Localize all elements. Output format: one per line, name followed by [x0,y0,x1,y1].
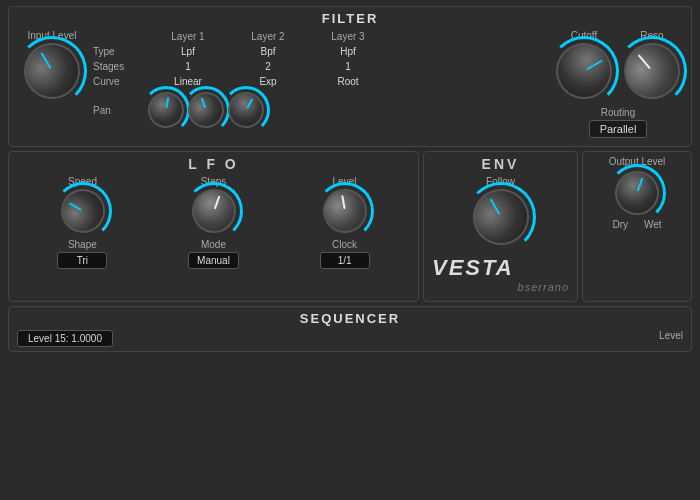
steps-knob[interactable] [185,183,241,239]
stages-label: Stages [93,60,148,73]
follow-ring [473,189,529,245]
reso-ring [624,43,680,99]
pan-layer3-knob[interactable] [221,85,270,134]
output-level-knob[interactable] [609,165,665,221]
routing-value[interactable]: Parallel [589,120,648,138]
vesta-brand: VESTA [432,255,569,281]
steps-ring [192,189,236,233]
wet-label: Wet [644,219,662,230]
filter-section: FILTER Input Level Layer 1 Layer 2 Layer… [8,6,692,147]
type-layer2: Bpf [228,45,308,58]
lfo-section: L F O Speed Steps Level [8,151,419,302]
pan-layer2-ring [188,92,224,128]
lfo-title: L F O [17,156,410,172]
output-section: Output Level Dry Wet [582,151,692,302]
stages-layer3: 1 [308,60,388,73]
seq-level-value: Level 15: 1.0000 [17,330,113,347]
mode-value[interactable]: Manual [188,252,239,269]
seq-content: Level 15: 1.0000 Level [17,330,683,347]
seq-level-label: Level [659,330,683,345]
reso-knob[interactable] [613,32,692,111]
type-label: Type [93,45,148,58]
curve-label: Curve [93,75,148,88]
cutoff-reso-row: Cutoff Reso [556,30,680,99]
sequencer-section: SEQUENCER Level 15: 1.0000 Level [8,306,692,352]
curve-layer3: Root [308,75,388,88]
lfo-level-ring [323,189,367,233]
pan-row: Pan [93,92,547,128]
input-level-knob-ring [24,43,80,99]
shape-label: Shape [68,239,97,250]
reso-group: Reso [624,30,680,99]
clock-label: Clock [332,239,357,250]
env-follow-group: Follow [473,176,529,245]
clock-group: Clock 1/1 [320,239,370,269]
mode-label: Mode [201,239,226,250]
brand-area: VESTA bserrano [432,255,569,293]
input-level-knob[interactable] [14,33,90,109]
pan-layer1-ring [148,92,184,128]
input-level-group: Input Level [17,30,87,99]
layer3-header: Layer 3 [308,30,388,43]
pan-layer1-group [148,92,184,128]
lfo-bottom-row: Shape Tri Mode Manual Clock 1/1 [17,239,410,269]
cutoff-reso-routing-group: Cutoff Reso Routing Parallel [553,30,683,138]
layer1-header: Layer 1 [148,30,228,43]
pan-label: Pan [93,105,148,116]
speed-knob[interactable] [52,181,112,241]
shape-value[interactable]: Tri [57,252,107,269]
lfo-knobs-row: Speed Steps Level [17,176,410,233]
routing-group: Routing Parallel [589,107,648,138]
type-layer3: Hpf [308,45,388,58]
mode-group: Mode Manual [188,239,239,269]
steps-group: Steps [192,176,236,233]
clock-value[interactable]: 1/1 [320,252,370,269]
layer2-header: Layer 2 [228,30,308,43]
cutoff-group: Cutoff [556,30,612,99]
lfo-level-group: Level [323,176,367,233]
pan-layer1-knob[interactable] [145,89,187,131]
bserrano-brand: bserrano [432,281,569,293]
stages-layer2: 2 [228,60,308,73]
env-section: ENV Follow VESTA bserrano [423,151,578,302]
type-layer1: Lpf [148,45,228,58]
follow-knob[interactable] [462,179,538,255]
env-title: ENV [482,156,520,172]
stages-layer1: 1 [148,60,228,73]
filter-grid: Layer 1 Layer 2 Layer 3 Type Lpf Bpf Hpf… [93,30,547,128]
speed-group: Speed [61,176,105,233]
lfo-level-knob[interactable] [319,186,370,237]
pan-layer2-group [188,92,224,128]
output-level-ring [615,171,659,215]
shape-group: Shape Tri [57,239,107,269]
routing-label: Routing [589,107,648,118]
cutoff-knob[interactable] [546,33,622,109]
filter-title: FILTER [17,11,683,26]
dry-label: Dry [612,219,628,230]
speed-ring [61,189,105,233]
pan-knobs [148,92,264,128]
sequencer-title: SEQUENCER [17,311,683,326]
cutoff-ring [556,43,612,99]
pan-layer3-ring [228,92,264,128]
middle-row: L F O Speed Steps Level [8,151,692,302]
pan-layer3-group [228,92,264,128]
